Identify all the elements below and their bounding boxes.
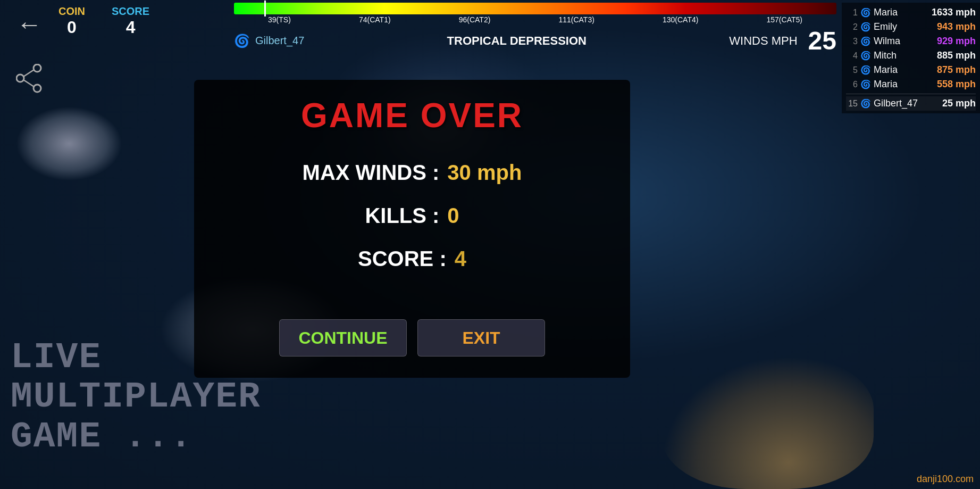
lb-icon: 🌀 [860, 51, 871, 61]
lb-rank: 1 [846, 8, 858, 18]
hurricane-info: 🌀 Gilbert_47 TROPICAL DEPRESSION WINDS M… [234, 26, 836, 55]
lb-icon: 🌀 [860, 7, 871, 18]
wind-labels: 39(TS) 74(CAT1) 96(CAT2) 111(CAT3) 130(C… [234, 15, 836, 24]
score-label: SCORE [112, 5, 149, 18]
lb-speed: 558 mph [933, 79, 976, 90]
share-button[interactable] [16, 64, 48, 96]
coin-value: 0 [58, 18, 85, 37]
lb-name: Mitch [874, 50, 931, 61]
lb-rank: 2 [846, 22, 858, 32]
lb-speed: 929 mph [933, 36, 976, 47]
score-value: 4 [112, 18, 149, 37]
wind-marker [264, 1, 266, 16]
wind-label-cat3: 111(CAT3) [558, 15, 594, 24]
wind-label-cat4: 130(CAT4) [663, 15, 698, 24]
score-block: SCORE 4 [112, 5, 149, 37]
lb-name: Maria [874, 7, 929, 18]
svg-line-4 [23, 80, 34, 87]
wind-label-cat5: 157(CAT5) [767, 15, 802, 24]
max-winds-row: MAX WINDS : 30 mph [215, 161, 609, 185]
svg-point-1 [16, 74, 24, 82]
lb-name: Wilma [874, 36, 931, 47]
cloud-decoration-1 [16, 106, 122, 181]
lb-speed: 943 mph [933, 21, 976, 32]
lb-current-rank: 15 [846, 99, 858, 109]
modal-score-label: SCORE : [358, 247, 447, 271]
share-icon [16, 64, 43, 93]
wind-label-cat2: 96(CAT2) [459, 15, 491, 24]
watermark: danji100.com [917, 474, 974, 485]
leaderboard-row: 5 🌀 Maria 875 mph [846, 63, 976, 77]
winds-label: WINDS MPH [729, 34, 797, 48]
game-over-modal: GAME OVER MAX WINDS : 30 mph KILLS : 0 S… [194, 80, 630, 378]
exit-button[interactable]: EXIT [417, 319, 545, 357]
kills-row: KILLS : 0 [215, 204, 609, 228]
svg-line-3 [23, 70, 34, 77]
leaderboard-current-row: 15 🌀 Gilbert_47 25 mph [846, 96, 976, 111]
coin-score-display: COIN 0 SCORE 4 [58, 5, 149, 37]
land-mass [661, 356, 874, 489]
wind-label-ts: 39(TS) [268, 15, 291, 24]
lb-rank: 5 [846, 65, 858, 75]
lb-speed: 1633 mph [932, 7, 976, 18]
game-over-title: GAME OVER [301, 96, 523, 135]
hurricane-name: Gilbert_47 [255, 35, 304, 47]
wind-label-cat1: 74(CAT1) [359, 15, 391, 24]
lb-name: Maria [874, 79, 931, 90]
lb-current-name: Gilbert_47 [874, 98, 931, 109]
lb-current-icon: 🌀 [860, 98, 871, 109]
svg-point-0 [33, 64, 41, 72]
back-arrow-icon: ← [16, 10, 42, 39]
continue-button[interactable]: CONTINUE [279, 319, 407, 357]
modal-buttons: CONTINUE EXIT [279, 319, 545, 357]
lb-speed: 885 mph [933, 50, 976, 61]
wind-bar-container: 39(TS) 74(CAT1) 96(CAT2) 111(CAT3) 130(C… [234, 3, 836, 56]
current-wind-speed: 25 [808, 26, 836, 55]
lb-rank: 6 [846, 80, 858, 89]
kills-label: KILLS : [365, 204, 439, 228]
lb-name: Emily [874, 21, 931, 32]
modal-score-value: 4 [455, 247, 466, 271]
coin-block: COIN 0 [58, 5, 85, 37]
storm-category: TROPICAL DEPRESSION [309, 34, 724, 48]
leaderboard-row: 4 🌀 Mitch 885 mph [846, 48, 976, 63]
lb-rank: 4 [846, 51, 858, 61]
lb-speed: 875 mph [933, 64, 976, 76]
score-row: SCORE : 4 [215, 247, 609, 271]
lb-icon: 🌀 [860, 65, 871, 75]
leaderboard-row: 3 🌀 Wilma 929 mph [846, 34, 976, 48]
coin-label: COIN [58, 5, 85, 18]
max-winds-value: 30 mph [447, 161, 522, 185]
leaderboard-row: 2 🌀 Emily 943 mph [846, 20, 976, 34]
svg-point-2 [33, 85, 41, 92]
leaderboard-row: 1 🌀 Maria 1633 mph [846, 5, 976, 20]
leaderboard: 1 🌀 Maria 1633 mph 2 🌀 Emily 943 mph 3 🌀… [842, 3, 980, 113]
kills-value: 0 [447, 204, 459, 228]
hurricane-icon: 🌀 [234, 34, 250, 48]
lb-icon: 🌀 [860, 22, 871, 32]
top-bar: ← COIN 0 SCORE 4 39(TS) 74(CAT1) 96(CAT2… [0, 0, 980, 59]
lb-icon: 🌀 [860, 36, 871, 46]
lb-current-speed: 25 mph [933, 98, 976, 109]
wind-gradient-bar [234, 3, 836, 14]
leaderboard-row: 6 🌀 Maria 558 mph [846, 77, 976, 92]
max-winds-label: MAX WINDS : [303, 161, 440, 185]
lb-icon: 🌀 [860, 79, 871, 89]
lb-name: Maria [874, 64, 931, 76]
lb-rank: 3 [846, 37, 858, 46]
back-button[interactable]: ← [11, 5, 48, 43]
